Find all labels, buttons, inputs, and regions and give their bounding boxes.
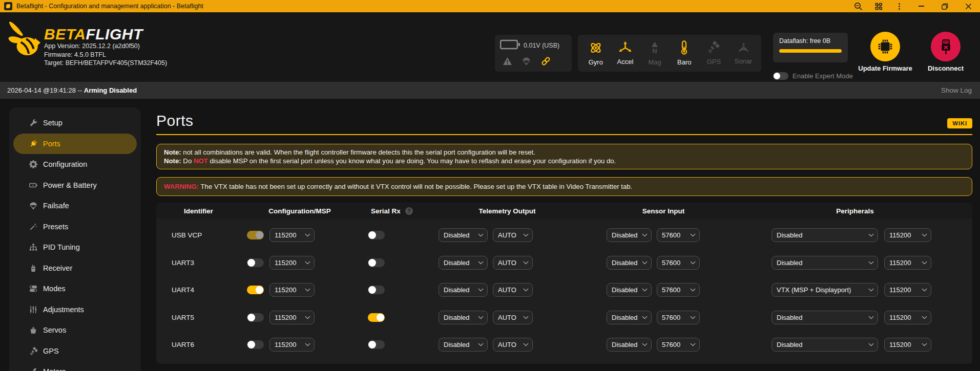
peripherals-baud-select[interactable]: 115200 (884, 283, 931, 297)
sidebar-item-servos[interactable]: Servos (13, 320, 137, 341)
chevron-down-icon (642, 287, 648, 292)
chevron-down-icon (922, 232, 927, 237)
telemetry-output-select[interactable]: Disabled (439, 311, 488, 324)
peripherals-select[interactable]: Disabled (772, 311, 878, 324)
sidebar-item-ports[interactable]: Ports (13, 134, 137, 155)
sidebar-item-modes[interactable]: Modes (13, 278, 137, 299)
msp-baud-select[interactable]: 115200 (269, 256, 315, 270)
sensor-baud-select[interactable]: 57600 (657, 228, 700, 242)
serial-rx-toggle[interactable] (368, 258, 385, 267)
zoom-out-icon[interactable] (848, 0, 868, 12)
peripherals-baud-select[interactable]: 115200 (884, 311, 931, 324)
sensor-input-select[interactable]: Disabled (607, 256, 652, 270)
telemetry-output-select[interactable]: Disabled (439, 228, 488, 242)
table-row: UART3 115200 DisabledAUTO Disabled57600 … (156, 249, 972, 277)
msp-baud-select[interactable]: 115200 (269, 228, 315, 242)
baro-icon (680, 40, 689, 57)
sidebar-item-adjustments[interactable]: Adjustments (13, 299, 137, 320)
sidebar-item-motors[interactable]: Motors (13, 361, 137, 371)
msp-baud-select[interactable]: 115200 (269, 311, 315, 324)
disconnect-button[interactable]: Disconnect (915, 32, 976, 72)
msp-baud-select[interactable]: 115200 (269, 283, 315, 297)
configuration-msp-toggle[interactable] (247, 258, 264, 267)
sidebar-item-label: Setup (43, 119, 62, 127)
peripherals-select[interactable]: Disabled (772, 256, 878, 270)
expert-mode-toggle[interactable] (773, 72, 788, 80)
wiki-button[interactable]: WIKI (947, 118, 972, 128)
chevron-down-icon (691, 232, 696, 237)
configuration-msp-toggle[interactable] (247, 313, 264, 322)
sensor-status-gps: GPS (700, 41, 727, 66)
sidebar-item-failsafe[interactable]: Failsafe (13, 195, 137, 216)
telemetry-baud-select[interactable]: AUTO (493, 228, 533, 242)
sidebar-item-presets[interactable]: Presets (13, 216, 137, 237)
table-row: UART6 115200 DisabledAUTO Disabled57600 … (156, 331, 972, 359)
sensor-input-select[interactable]: Disabled (607, 338, 652, 352)
firmware-chip-icon (870, 32, 900, 61)
chevron-down-icon (305, 314, 310, 319)
telemetry-baud-select[interactable]: AUTO (493, 256, 533, 270)
telemetry-baud-select[interactable]: AUTO (493, 283, 533, 297)
sensor-status-sonar: Sonar (730, 41, 757, 65)
peripherals-baud-select[interactable]: 115200 (884, 338, 931, 352)
sidebar-item-label: Modes (43, 285, 66, 293)
peripherals-select[interactable]: Disabled (772, 338, 878, 352)
sensor-baud-select[interactable]: 57600 (657, 338, 700, 352)
telemetry-output-select[interactable]: Disabled (439, 338, 488, 352)
sidebar-item-gps[interactable]: GPS (13, 341, 137, 362)
sidebar-item-configuration[interactable]: Configuration (13, 154, 137, 175)
chevron-down-icon (691, 341, 696, 346)
sidebar-item-setup[interactable]: Setup (13, 113, 137, 134)
chevron-down-icon (524, 287, 529, 292)
sensor-input-select[interactable]: Disabled (607, 311, 652, 324)
sidebar-item-label: Receiver (43, 264, 72, 272)
update-firmware-button[interactable]: Update Firmware (854, 32, 916, 72)
telemetry-baud-select[interactable]: AUTO (493, 338, 533, 352)
sensor-input-select[interactable]: Disabled (607, 283, 652, 297)
chevron-down-icon (305, 259, 310, 264)
ports-tab-content: Ports WIKI Note: not all combinations ar… (141, 99, 980, 371)
help-icon[interactable]: ? (405, 207, 413, 215)
chevron-down-icon (478, 287, 484, 292)
serial-rx-toggle[interactable] (368, 340, 385, 349)
telemetry-output-select[interactable]: Disabled (439, 256, 488, 270)
serial-rx-toggle[interactable] (368, 231, 385, 239)
port-identifier: UART4 (156, 276, 241, 304)
configuration-msp-toggle[interactable] (247, 286, 264, 294)
serial-rx-toggle[interactable] (368, 286, 385, 294)
chevron-down-icon (642, 259, 648, 264)
page-title: Ports (156, 112, 194, 129)
menu-kebab-icon[interactable] (889, 0, 909, 12)
satellite-icon (29, 347, 37, 355)
peripherals-select[interactable]: Disabled (772, 228, 878, 242)
peripherals-baud-select[interactable]: 115200 (884, 256, 931, 270)
telemetry-output-select[interactable]: Disabled (439, 283, 488, 297)
minimize-button[interactable] (909, 0, 933, 12)
extension-icon[interactable] (868, 0, 889, 12)
chevron-down-icon (478, 314, 484, 319)
restore-button[interactable] (933, 0, 956, 12)
chevron-down-icon (691, 287, 696, 292)
show-log-button[interactable]: Show Log (941, 86, 972, 94)
chevron-down-icon (642, 341, 648, 346)
sensor-baud-select[interactable]: 57600 (657, 311, 700, 324)
msp-baud-select[interactable]: 115200 (269, 338, 315, 352)
telemetry-baud-select[interactable]: AUTO (493, 311, 533, 324)
sensor-baud-select[interactable]: 57600 (657, 256, 700, 270)
window-titlebar: Betaflight - Configuration and managemen… (0, 0, 980, 12)
dataflash-usage-bar (779, 49, 842, 53)
toggles-icon (29, 285, 37, 293)
sensor-baud-select[interactable]: 57600 (657, 283, 700, 297)
configuration-msp-toggle[interactable] (247, 340, 264, 349)
peripherals-baud-select[interactable]: 115200 (884, 228, 931, 242)
sidebar-item-pid-tuning[interactable]: PID Tuning (13, 237, 137, 258)
sidebar-nav: Setup Ports Configuration Power & Batter… (9, 107, 141, 371)
peripherals-select[interactable]: VTX (MSP + Displayport) (772, 283, 878, 297)
serial-rx-toggle[interactable] (368, 313, 385, 322)
sidebar-item-power-battery[interactable]: Power & Battery (13, 175, 137, 196)
configuration-msp-toggle[interactable] (247, 231, 264, 239)
close-button[interactable] (956, 0, 980, 12)
sensor-input-select[interactable]: Disabled (607, 228, 652, 242)
sidebar-item-receiver[interactable]: Receiver (13, 258, 137, 279)
sidebar-item-label: Adjustments (43, 305, 84, 314)
